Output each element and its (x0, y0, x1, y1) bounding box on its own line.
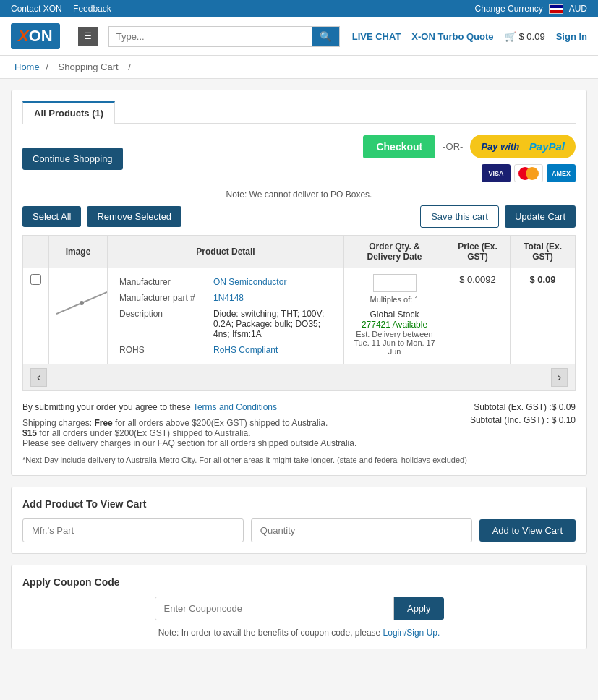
coupon-input[interactable] (155, 597, 394, 620)
coupon-section: Apply Coupon Code Apply Note: In order t… (11, 565, 587, 649)
sign-in-link[interactable]: Sign In (556, 31, 587, 42)
shipping-intl: Please see delivery charges in our FAQ s… (22, 438, 356, 448)
visa-icon: VISA (482, 164, 511, 182)
row-checkbox-cell (23, 268, 49, 364)
cart-table-wrapper: Image Product Detail Order Qty. & Delive… (22, 235, 576, 364)
price-value: $ 0.0092 (453, 274, 503, 285)
checkout-area: Checkout -OR- Pay with PayPal VISA AMEX (363, 135, 576, 182)
main: All Products (1) Continue Shopping Check… (0, 79, 598, 660)
search-input[interactable] (109, 27, 312, 46)
coupon-title: Apply Coupon Code (22, 576, 576, 588)
save-cart-button[interactable]: Save this cart (420, 205, 499, 228)
subtotal-ex-value: Subtotal (Ex. GST) :$ 0.09 (474, 402, 576, 412)
svg-point-1 (80, 301, 84, 305)
rohs-label: ROHS (115, 342, 209, 358)
top-bar: Contact XON Feedback Change Currency AUD (0, 0, 598, 17)
add-product-section: Add Product To View Cart Add to View Car… (11, 487, 587, 554)
cart-actions-top: Continue Shopping Checkout -OR- Pay with… (22, 135, 576, 182)
manufacturer-value[interactable]: ON Semiconductor (209, 274, 336, 290)
mfr-part-input[interactable] (22, 518, 244, 542)
paypal-brand-text: PayPal (529, 140, 565, 153)
cart-table: Image Product Detail Order Qty. & Delive… (22, 235, 576, 364)
th-order-qty: Order Qty. & Delivery Date (344, 236, 445, 268)
breadcrumb: Home / Shopping Cart / (0, 56, 598, 79)
continue-shopping-button[interactable]: Continue Shopping (22, 148, 123, 170)
scroll-right-arrow[interactable]: › (551, 368, 568, 387)
qty-input[interactable]: 10 (373, 274, 417, 292)
terms-link[interactable]: Terms and Conditions (193, 402, 277, 412)
select-all-button[interactable]: Select All (22, 206, 81, 227)
feedback-link[interactable]: Feedback (73, 4, 111, 14)
summary-left: By submitting your order you agree to th… (22, 402, 470, 464)
th-total: Total (Ex. GST) (511, 236, 576, 268)
row-checkbox[interactable] (30, 274, 41, 285)
po-note: Note: We cannot deliver to PO Boxes. (22, 189, 576, 200)
qty-delivery-cell: 10 Multiples of: 1 Global Stock 277421 A… (344, 268, 445, 364)
total-value: $ 0.09 (518, 274, 568, 285)
header-nav: LIVE CHAT X-ON Turbo Quote 🛒 $ 0.09 Sign… (352, 31, 587, 42)
subtotal-inc-value: Subtotal (Inc. GST) : $ 0.10 (470, 415, 576, 425)
summary-section: By submitting your order you agree to th… (22, 402, 576, 464)
paypal-pay-text: Pay with (481, 141, 519, 152)
cart-icon: 🛒 (505, 31, 516, 42)
breadcrumb-current: Shopping Cart (59, 61, 119, 72)
rohs-value: RoHS Compliant (209, 342, 336, 358)
logo[interactable]: XON (11, 23, 60, 49)
detail-table: Manufacturer ON Semiconductor Manufactur… (115, 274, 336, 358)
checkout-row: Checkout -OR- Pay with PayPal (363, 135, 576, 158)
delivery-dates: Tue. 11 Jun to Mon. 17 Jun (351, 338, 437, 356)
checkout-button[interactable]: Checkout (363, 135, 435, 158)
table-row: Manufacturer ON Semiconductor Manufactur… (23, 268, 576, 364)
contact-link[interactable]: Contact XON (11, 4, 62, 14)
part-value[interactable]: 1N4148 (209, 290, 336, 306)
currency-label: Change Currency (475, 4, 543, 14)
cart-btns-row: Select All Remove Selected Save this car… (22, 205, 576, 228)
search-bar: 🔍 (108, 26, 340, 47)
header: XON ☰ 🔍 LIVE CHAT X-ON Turbo Quote 🛒 $ 0… (0, 17, 598, 56)
remove-selected-button[interactable]: Remove Selected (87, 206, 181, 227)
terms-text: By submitting your order you agree to th… (22, 402, 191, 412)
top-bar-left: Contact XON Feedback (11, 4, 120, 14)
breadcrumb-separator2: / (128, 61, 131, 72)
cart-amount: $ 0.09 (519, 31, 545, 42)
description-value: Diode: switching; THT; 100V; 0.2A; Packa… (209, 306, 336, 342)
scroll-left-arrow[interactable]: ‹ (30, 368, 47, 387)
subtotal-ex-row: Subtotal (Ex. GST) :$ 0.09 (470, 402, 576, 412)
th-price: Price (Ex. GST) (445, 236, 511, 268)
th-checkbox (23, 236, 49, 268)
apply-coupon-button[interactable]: Apply (394, 597, 444, 620)
stock-info: Global Stock 277421 Available Est. Deliv… (351, 310, 437, 356)
terms-row: By submitting your order you agree to th… (22, 402, 470, 412)
cart-icon-wrap[interactable]: 🛒 $ 0.09 (505, 31, 545, 42)
paypal-button[interactable]: Pay with PayPal (470, 135, 576, 158)
part-label: Manufacturer part # (115, 290, 209, 306)
search-button[interactable]: 🔍 (312, 27, 339, 46)
cart-btns-right: Save this cart Update Cart (420, 205, 576, 228)
tab-all-products[interactable]: All Products (1) (22, 101, 115, 124)
shipping-paid-bold: $15 (22, 428, 37, 438)
update-cart-button[interactable]: Update Cart (505, 205, 576, 228)
live-chat-link[interactable]: LIVE CHAT (352, 31, 401, 42)
multiples-text: Multiples of: 1 (351, 295, 437, 304)
product-image-cell (49, 268, 108, 364)
delivery-label: Est. Delivery between (351, 330, 437, 338)
add-to-view-cart-button[interactable]: Add to View Cart (479, 519, 576, 542)
diode-image-svg (56, 274, 107, 332)
coupon-login-link[interactable]: Login/Sign Up. (383, 628, 440, 638)
mastercard-icon (514, 164, 543, 182)
shipping-section: Shipping charges: Free for all orders ab… (22, 418, 470, 448)
top-bar-right: Change Currency AUD (475, 4, 587, 14)
quantity-input[interactable] (251, 518, 472, 542)
product-image (56, 274, 100, 332)
add-product-row: Add to View Cart (22, 518, 576, 542)
total-cell: $ 0.09 (511, 268, 576, 364)
flag-icon (549, 4, 563, 14)
shipping-free-bold: Free (94, 418, 112, 428)
summary-right: Subtotal (Ex. GST) :$ 0.09 Subtotal (Inc… (470, 402, 576, 464)
turbo-quote-link[interactable]: X-ON Turbo Quote (411, 31, 493, 42)
detail-row-part: Manufacturer part # 1N4148 (115, 290, 336, 306)
currency-value: AUD (569, 4, 587, 14)
menu-icon[interactable]: ☰ (78, 27, 98, 46)
add-product-title: Add Product To View Cart (22, 498, 576, 510)
breadcrumb-home[interactable]: Home (14, 61, 40, 72)
